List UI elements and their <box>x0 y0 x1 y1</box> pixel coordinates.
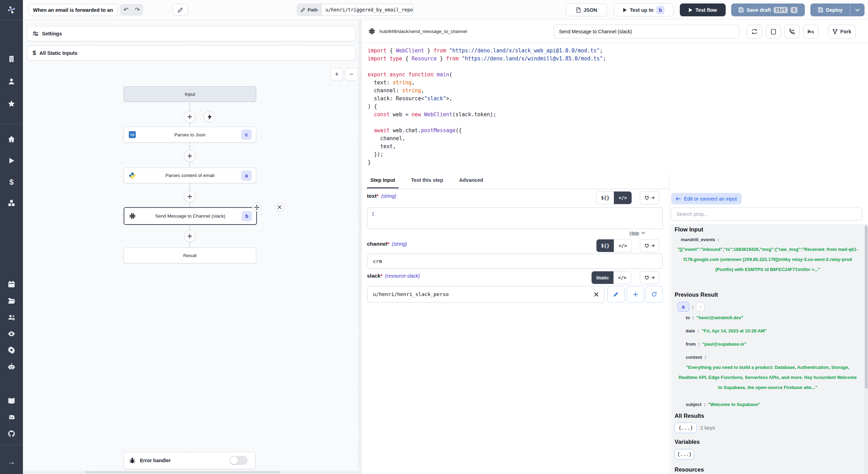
flow-settings-button[interactable]: Settings <box>27 26 356 41</box>
flow-node-result[interactable]: Result <box>124 247 256 263</box>
fork-button[interactable]: Fork <box>828 25 856 39</box>
result-content-value[interactable]: "Everything you need to build a product:… <box>677 362 859 392</box>
deploy-dropdown-button[interactable] <box>850 9 864 11</box>
scrollbar-thumb[interactable] <box>85 471 280 473</box>
toggle-template-mode[interactable]: ${} <box>596 239 614 252</box>
json-button[interactable]: JSON <box>566 3 607 16</box>
zoom-out-button[interactable]: − <box>345 68 358 81</box>
flow-node-input[interactable]: Input <box>124 86 256 102</box>
home-icon[interactable] <box>0 135 23 143</box>
connect-input-plug-button[interactable] <box>640 191 659 204</box>
user-icon[interactable] <box>0 78 23 85</box>
sleep-step-button[interactable] <box>803 25 818 39</box>
phone-incoming-button[interactable] <box>784 25 800 39</box>
toggle-static-mode[interactable]: Static <box>592 271 614 284</box>
refresh-resource-button[interactable] <box>645 286 663 303</box>
flow-title-input[interactable] <box>28 4 118 16</box>
edit-pencil-button[interactable] <box>173 4 188 16</box>
step-name-input[interactable] <box>554 25 739 39</box>
all-results-object-chip[interactable]: {...} <box>675 423 697 433</box>
flow-input-key[interactable]: mandrill_events : <box>681 237 719 242</box>
tab-advanced[interactable]: Advanced <box>459 177 483 183</box>
step-id-badge[interactable]: a <box>677 302 689 312</box>
resources-cubes-icon[interactable] <box>0 199 23 207</box>
path-button[interactable]: Path <box>297 4 322 15</box>
result-row-from[interactable]: from : "paul@supabase.io" <box>686 341 746 347</box>
props-scrollbar[interactable] <box>864 224 868 474</box>
canvas-vertical-scrollbar[interactable] <box>358 20 361 474</box>
runs-play-icon[interactable] <box>0 157 23 164</box>
test-up-to-button[interactable]: Test up to b <box>614 3 674 16</box>
flow-node-parses-content[interactable]: Parses content of email a <box>124 168 256 183</box>
expand-sidebar-arrow-icon[interactable]: → <box>0 457 23 466</box>
test-flow-button[interactable]: Test flow <box>680 3 726 16</box>
tab-test-this-step[interactable]: Test this step <box>411 177 443 183</box>
add-resource-button[interactable] <box>627 286 644 303</box>
variables-dollar-icon[interactable]: $ <box>0 178 23 187</box>
folders-icon[interactable] <box>0 297 23 305</box>
hub-path[interactable]: hub/849/slack/send_message_to_channel <box>379 29 467 34</box>
connect-input-plug-button[interactable] <box>640 239 659 252</box>
discord-icon[interactable] <box>0 414 23 421</box>
code-editor[interactable]: import { WebClient } from "https://deno.… <box>368 47 606 167</box>
windmill-logo[interactable] <box>0 5 23 15</box>
channel-value-input[interactable] <box>367 254 663 269</box>
result-row-to[interactable]: to : "henri@windmill.dev" <box>686 315 743 320</box>
edit-or-connect-button[interactable]: Edit or connect an input <box>671 193 742 204</box>
undo-icon[interactable]: ↶ <box>123 6 128 14</box>
docs-book-icon[interactable] <box>0 397 23 405</box>
github-icon[interactable] <box>0 430 23 438</box>
flow-node-error-handler[interactable]: Error handler <box>124 452 256 469</box>
connect-input-plug-button[interactable] <box>640 271 659 284</box>
collapse-button[interactable]: - <box>696 302 704 311</box>
flow-node-send-slack[interactable]: Send Message to Channel (slack) b <box>124 207 257 225</box>
text-expression-editor[interactable]: 1 `Email received by ` + results.a.to + … <box>367 208 663 229</box>
workspace-building-icon[interactable] <box>0 55 23 63</box>
add-trigger-bolt-button[interactable] <box>204 111 215 122</box>
edit-resource-button[interactable] <box>607 286 625 303</box>
toggle-code-mode[interactable]: </> <box>614 192 631 204</box>
help-link[interactable]: Help <box>629 230 645 236</box>
groups-icon[interactable] <box>0 314 23 321</box>
slack-resource-picker[interactable]: u/henri/henri_slack_perso <box>367 286 604 303</box>
search-prop-input[interactable] <box>671 208 862 221</box>
favorites-star-icon[interactable] <box>0 100 23 108</box>
flow-node-parses-to-json[interactable]: TS Parses to Json c <box>124 127 256 143</box>
robot-icon[interactable] <box>0 363 23 371</box>
result-row-content[interactable]: content : <box>686 355 706 360</box>
canvas-horizontal-scrollbar[interactable] <box>23 471 358 474</box>
add-step-button[interactable] <box>184 111 195 122</box>
audit-eye-icon[interactable] <box>0 330 23 338</box>
channel-input-mode-toggle[interactable]: ${} </> <box>596 239 632 252</box>
settings-gear-icon[interactable] <box>0 346 23 354</box>
zoom-in-button[interactable]: + <box>331 68 343 81</box>
flow-canvas[interactable]: Settings $ All Static Inputs + − Input T… <box>23 20 358 474</box>
redo-icon[interactable]: ↷ <box>135 6 140 14</box>
all-static-inputs-button[interactable]: $ All Static Inputs <box>27 45 356 61</box>
scrollbar-thumb[interactable] <box>865 226 868 389</box>
variables-object-chip[interactable]: {...} <box>675 449 694 459</box>
flow-input-value[interactable]: "[{"event":"inbound","ts":1683819426,"ms… <box>676 244 859 274</box>
path-value[interactable]: u/henri/triggered_by_email_report_email <box>322 7 414 12</box>
toggle-code-mode[interactable]: </> <box>614 239 631 252</box>
add-step-button[interactable] <box>184 191 195 202</box>
result-row-date[interactable]: date : "Fri, Apr 14, 2023 at 10:28 AM" <box>686 328 767 333</box>
toggle-code-mode[interactable]: </> <box>614 271 631 284</box>
save-draft-button[interactable]: Save draft Ctrl S <box>731 3 805 16</box>
clear-x-icon[interactable] <box>594 292 599 297</box>
error-handler-toggle[interactable] <box>229 456 248 465</box>
box-button[interactable] <box>766 25 781 39</box>
text-input-mode-toggle[interactable]: ${} </> <box>596 191 632 204</box>
schedules-calendar-icon[interactable] <box>0 280 23 288</box>
restart-step-button[interactable] <box>747 25 762 39</box>
slack-input-mode-toggle[interactable]: Static </> <box>591 271 631 284</box>
add-step-button[interactable] <box>184 230 195 242</box>
deploy-button[interactable]: Deploy <box>810 3 865 16</box>
move-node-button[interactable] <box>252 203 261 212</box>
colon: : <box>698 328 699 333</box>
tab-step-input[interactable]: Step Input <box>370 177 395 183</box>
delete-node-button[interactable] <box>275 203 284 212</box>
result-row-subject[interactable]: subject : "Welcome to Supabase" <box>686 402 760 407</box>
add-step-button[interactable] <box>184 150 195 162</box>
toggle-template-mode[interactable]: ${} <box>596 192 614 204</box>
